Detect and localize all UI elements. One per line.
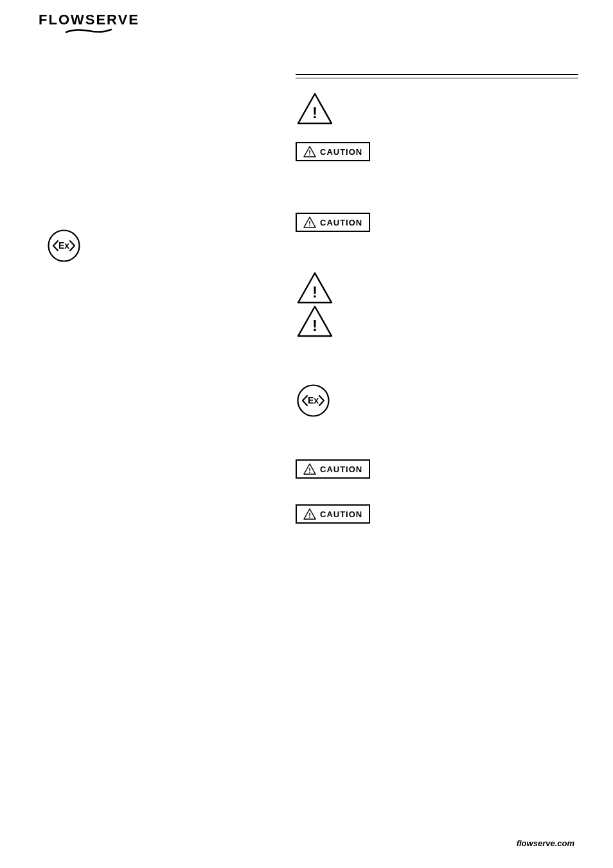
- caution-badge-3: ! CAUTION: [296, 459, 370, 479]
- caution-badge-triangle-icon-4: !: [303, 508, 316, 520]
- svg-text:!: !: [312, 317, 317, 334]
- caution-label-3: CAUTION: [320, 465, 362, 474]
- svg-text:Ex: Ex: [58, 240, 69, 251]
- spacer-10: [296, 447, 578, 459]
- caution-badge-triangle-icon-2: !: [303, 217, 316, 228]
- double-triangle-container: ! !: [296, 270, 341, 341]
- spacer-2: [296, 174, 578, 187]
- svg-text:!: !: [308, 149, 311, 157]
- spacer-9: [296, 434, 578, 447]
- svg-text:!: !: [308, 466, 311, 474]
- spacer-6: [296, 258, 578, 270]
- svg-text:!: !: [312, 104, 317, 121]
- logo: FLOWSERVE: [39, 12, 139, 35]
- footer: flowserve.com: [517, 837, 574, 849]
- spacer-7: [296, 351, 578, 364]
- spacer-11: [296, 492, 578, 504]
- header: FLOWSERVE: [39, 12, 139, 35]
- right-column: ! ! CAUTION ! CAUTION ! !: [296, 74, 578, 536]
- caution-badge-1: ! CAUTION: [296, 142, 370, 161]
- divider-line-thin: [296, 78, 578, 78]
- ex-symbol-right: Ex: [296, 383, 578, 421]
- caution-label-4: CAUTION: [320, 509, 362, 519]
- divider-lines: [296, 74, 578, 78]
- logo-text: FLOWSERVE: [39, 12, 139, 28]
- svg-text:Ex: Ex: [308, 395, 319, 405]
- caution-label-1: CAUTION: [320, 147, 362, 157]
- caution-badge-triangle-icon-1: !: [303, 146, 316, 157]
- warning-triangle-icon-1: !: [296, 91, 334, 127]
- warning-triangle-icon-2a: !: [296, 270, 334, 306]
- warning-triangle-icon-2b: !: [296, 304, 334, 339]
- spacer-8: [296, 364, 578, 376]
- spacer-5: [296, 245, 578, 258]
- caution-label-2: CAUTION: [320, 218, 362, 227]
- spacer-1: [296, 129, 578, 142]
- caution-badge-triangle-icon-3: !: [303, 463, 316, 475]
- divider-line-thick: [296, 74, 578, 75]
- logo-swoosh: [63, 27, 114, 35]
- spacer-3: [296, 187, 578, 200]
- svg-text:!: !: [308, 220, 311, 227]
- ex-symbol-left: Ex: [46, 228, 82, 263]
- ex-icon-right: Ex: [296, 383, 331, 418]
- warning-triangle-1: !: [296, 91, 578, 129]
- ex-icon-left: Ex: [46, 228, 82, 263]
- caution-badge-2: ! CAUTION: [296, 213, 370, 232]
- website-url: flowserve.com: [517, 838, 574, 848]
- svg-text:!: !: [312, 283, 317, 301]
- caution-badge-4: ! CAUTION: [296, 504, 370, 524]
- spacer-4: [296, 200, 578, 213]
- svg-text:!: !: [308, 511, 311, 519]
